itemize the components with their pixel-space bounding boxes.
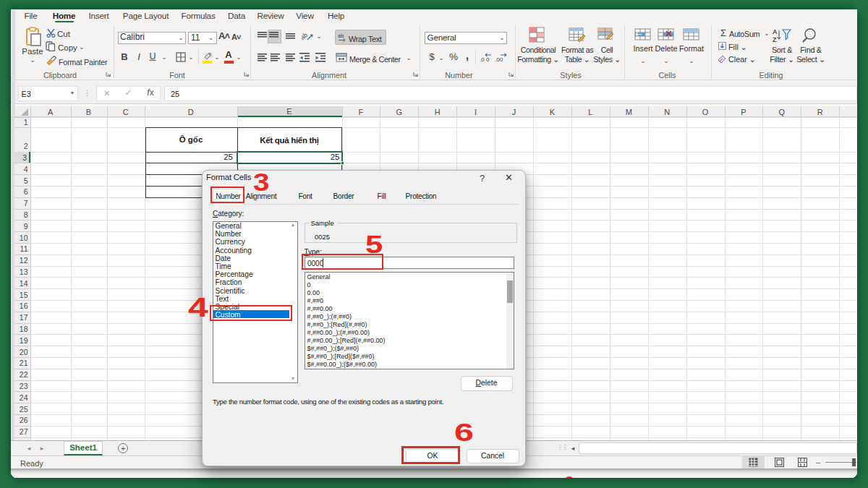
svg-text:A: A	[773, 28, 778, 35]
svg-text:.0: .0	[480, 56, 485, 63]
svg-text:ab: ab	[338, 33, 344, 39]
svg-text:Z: Z	[773, 36, 777, 43]
svg-text:0: 0	[486, 56, 490, 63]
svg-text:.00: .00	[495, 56, 503, 63]
